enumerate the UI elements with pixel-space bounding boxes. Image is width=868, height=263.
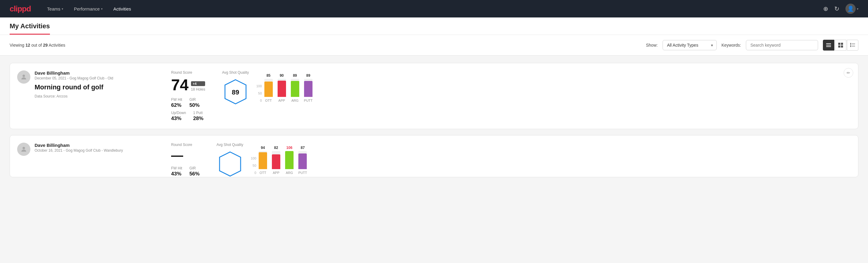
ott-track <box>265 79 273 97</box>
ott-fill <box>265 82 273 97</box>
user-avatar <box>17 70 30 84</box>
refresh-button[interactable]: ↻ <box>834 5 839 12</box>
svg-rect-6 <box>841 46 843 48</box>
viewing-prefix: Viewing <box>10 43 26 48</box>
user-name: Dave Billingham <box>35 143 123 148</box>
ott-value: 85 <box>267 74 270 78</box>
quality-score-text: 89 <box>232 88 239 96</box>
arg-fill <box>291 81 299 97</box>
putt-fill <box>298 153 307 169</box>
fw-hit-value: 43% <box>171 171 182 177</box>
viewing-middle: out of <box>30 43 43 48</box>
card-stats: Round Score — FW Hit 43% GIR 56% <box>161 143 209 177</box>
nav-item-performance[interactable]: Performance ▾ <box>70 4 107 14</box>
one-putt-stat: 1 Putt 28% <box>193 111 203 122</box>
avatar-menu[interactable]: 👤 ▾ <box>845 4 858 14</box>
fw-hit-stat: FW Hit 62% <box>171 97 182 108</box>
activity-card: Dave Billingham October 16, 2021 - Gog M… <box>10 135 858 177</box>
activity-card: ✏ Dave Billingham December 05, 2021 - Go… <box>10 63 858 129</box>
bar-chart-wrap: 100 50 0 85 OTT <box>256 74 851 102</box>
svg-rect-2 <box>826 46 831 47</box>
nav-label-teams: Teams <box>47 6 60 11</box>
avatar: 👤 <box>845 4 856 14</box>
gir-label: GIR <box>189 166 200 170</box>
svg-rect-3 <box>838 43 840 45</box>
app-track <box>272 151 280 169</box>
ott-value: 94 <box>261 146 265 150</box>
bar-arg: 89 ARG <box>291 74 299 102</box>
ott-fill <box>259 152 267 169</box>
viewing-info: Viewing 12 out of 29 Activities <box>10 43 641 48</box>
page-header: My Activities <box>0 18 868 35</box>
putt-track <box>298 151 307 169</box>
svg-rect-1 <box>826 45 831 46</box>
svg-rect-11 <box>850 46 851 47</box>
svg-rect-5 <box>838 46 840 48</box>
y-axis: 100 50 0 <box>251 156 257 175</box>
round-score-label: Round Score <box>171 143 200 147</box>
activities-content: ✏ Dave Billingham December 05, 2021 - Go… <box>0 56 868 191</box>
logo[interactable]: clippd <box>10 4 31 13</box>
card-left: Dave Billingham December 05, 2021 - Gog … <box>17 70 161 98</box>
card-quality: Avg Shot Quality 100 50 0 <box>209 143 851 177</box>
chevron-down-icon: ▾ <box>101 7 102 10</box>
bar-putt: 89 PUTT <box>304 74 313 102</box>
ott-track <box>259 151 267 169</box>
gir-label: GIR <box>189 97 200 102</box>
quality-hexagon: 89 <box>222 78 249 105</box>
putt-label: PUTT <box>298 171 307 175</box>
card-left: Dave Billingham October 16, 2021 - Gog M… <box>17 143 161 156</box>
stat-pair-1: FW Hit 62% GIR 50% <box>171 97 205 108</box>
arg-label: ARG <box>286 171 293 175</box>
bar-app: 90 APP <box>278 74 286 102</box>
view-list-detailed-button[interactable] <box>847 40 858 51</box>
hexagon-wrap: 89 <box>222 78 249 105</box>
score-number: 74 <box>171 77 189 93</box>
svg-rect-7 <box>850 43 851 44</box>
keywords-label: Keywords: <box>721 43 741 48</box>
card-body: Dave Billingham October 16, 2021 - Gog M… <box>17 143 851 177</box>
nav-item-teams[interactable]: Teams ▾ <box>43 4 67 14</box>
edit-button[interactable]: ✏ <box>844 68 853 78</box>
activity-type-select[interactable]: All Activity Types Round Practice Lesson <box>662 40 717 50</box>
app-label: APP <box>273 171 279 175</box>
chevron-down-icon: ▾ <box>857 7 858 10</box>
fw-hit-label: FW Hit <box>171 97 182 102</box>
putt-value: 87 <box>301 146 305 150</box>
putt-track <box>304 79 312 97</box>
data-source: Data Source: Arccos <box>35 94 113 98</box>
search-input[interactable] <box>746 40 818 50</box>
bar-putt: 87 PUTT <box>298 146 307 175</box>
svg-rect-9 <box>850 45 851 46</box>
app-label: APP <box>279 99 285 102</box>
card-user-details: Dave Billingham October 16, 2021 - Gog M… <box>35 143 123 155</box>
bar-chart: 100 50 0 85 OTT <box>256 74 851 102</box>
show-label: Show: <box>646 43 658 48</box>
view-list-compact-button[interactable] <box>823 40 834 51</box>
add-button[interactable]: ⊕ <box>823 5 828 12</box>
nav-label-performance: Performance <box>74 6 100 11</box>
nav-item-activities[interactable]: Activities <box>109 4 135 14</box>
view-grid-button[interactable] <box>835 40 846 51</box>
bar-ott: 94 OTT <box>259 146 267 175</box>
page-title: My Activities <box>10 22 50 35</box>
app-fill <box>272 154 280 169</box>
arg-track <box>285 151 293 169</box>
svg-marker-16 <box>220 152 241 176</box>
app-value: 90 <box>280 74 284 78</box>
putt-value: 89 <box>306 74 310 78</box>
score-holes: 18 Holes <box>191 87 205 91</box>
bars-container: 94 OTT 82 APP <box>259 146 307 175</box>
score-meta: +4 18 Holes <box>191 81 205 93</box>
arg-fill <box>285 151 293 169</box>
svg-rect-12 <box>852 46 855 47</box>
activity-type-select-wrap: All Activity Types Round Practice Lesson <box>662 40 717 50</box>
gir-value: 56% <box>189 171 200 177</box>
round-score-group: Round Score 74 +4 18 Holes FW Hit 62% <box>171 70 205 122</box>
fw-hit-value: 62% <box>171 102 182 108</box>
view-toggle <box>823 40 858 51</box>
card-stats: Round Score 74 +4 18 Holes FW Hit 62% <box>161 70 215 122</box>
viewing-suffix: Activities <box>48 43 65 48</box>
up-down-value: 43% <box>171 116 186 122</box>
stat-pair-2: Up/Down 43% 1 Putt 28% <box>171 111 205 122</box>
